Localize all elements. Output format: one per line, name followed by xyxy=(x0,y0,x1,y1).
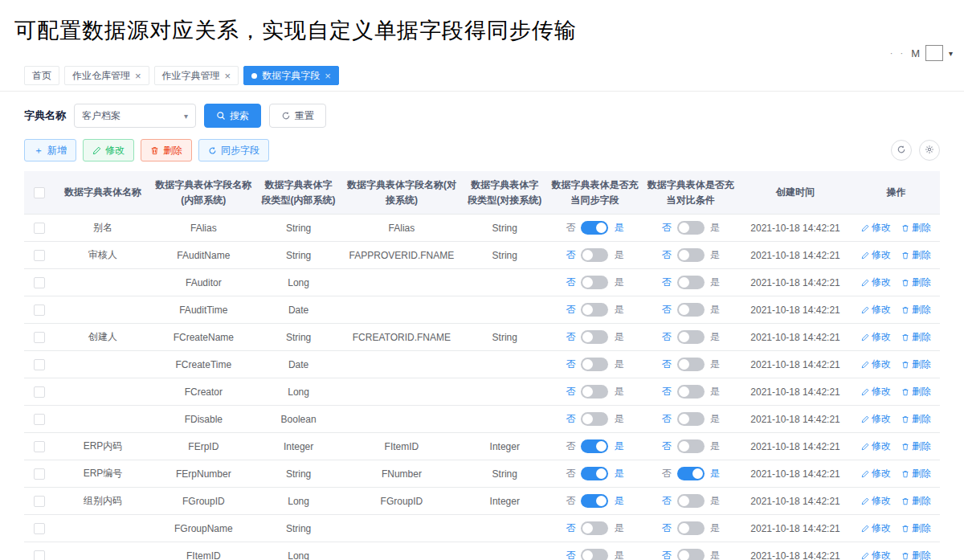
row-edit-link[interactable]: 修改 xyxy=(861,549,891,560)
row-checkbox[interactable] xyxy=(34,305,45,316)
row-edit-link[interactable]: 修改 xyxy=(861,248,891,262)
cell-operations: 修改 删除 xyxy=(852,406,940,433)
toggle-yes-label: 是 xyxy=(710,467,720,480)
column-header: 数据字典表体名称 xyxy=(55,171,150,215)
cell-sync-toggle: 否是 xyxy=(547,324,643,351)
sync-toggle[interactable] xyxy=(581,248,608,262)
sync-toggle[interactable] xyxy=(581,276,608,289)
compare-toggle[interactable] xyxy=(677,358,705,371)
tab-label: 首页 xyxy=(32,69,51,83)
row-checkbox[interactable] xyxy=(34,441,45,452)
settings-button[interactable] xyxy=(919,140,940,161)
row-delete-link[interactable]: 删除 xyxy=(901,412,931,426)
row-edit-link[interactable]: 修改 xyxy=(861,276,891,289)
toggle-no-label: 否 xyxy=(662,467,672,480)
sync-toggle[interactable] xyxy=(581,330,608,344)
sync-toggle[interactable] xyxy=(581,467,608,480)
row-checkbox[interactable] xyxy=(34,250,45,261)
cell-operations: 修改 删除 xyxy=(852,269,940,296)
sync-toggle[interactable] xyxy=(581,494,608,508)
reset-button[interactable]: 重置 xyxy=(269,104,326,128)
sync-toggle[interactable] xyxy=(581,303,608,317)
row-edit-link[interactable]: 修改 xyxy=(861,221,891,235)
add-button[interactable]: ＋ 新增 xyxy=(24,139,76,161)
row-edit-link[interactable]: 修改 xyxy=(861,330,891,344)
compare-toggle[interactable] xyxy=(677,439,705,453)
sync-toggle[interactable] xyxy=(581,221,608,235)
plus-icon: ＋ xyxy=(34,144,43,157)
tab-作业字典管理[interactable]: 作业字典管理× xyxy=(154,66,239,85)
dict-name-select[interactable]: 客户档案 ▾ xyxy=(74,104,196,128)
sync-fields-button[interactable]: 同步字段 xyxy=(198,139,269,161)
toggle-no-label: 否 xyxy=(662,248,672,262)
compare-toggle[interactable] xyxy=(677,467,705,480)
row-delete-label: 删除 xyxy=(912,549,931,560)
tab-close-icon[interactable]: × xyxy=(325,71,331,81)
row-edit-link[interactable]: 修改 xyxy=(861,467,891,480)
sync-toggle[interactable] xyxy=(581,358,608,371)
row-delete-link[interactable]: 删除 xyxy=(901,358,931,371)
toggle-no-label: 否 xyxy=(566,303,575,317)
compare-toggle[interactable] xyxy=(677,330,705,344)
toggle-no-label: 否 xyxy=(662,385,672,399)
row-delete-link[interactable]: 删除 xyxy=(901,276,931,289)
search-button[interactable]: 搜索 xyxy=(204,104,261,128)
compare-toggle[interactable] xyxy=(677,276,705,289)
sync-toggle[interactable] xyxy=(581,439,608,453)
cell-created-time: 2021-10-18 14:42:21 xyxy=(738,488,852,515)
sync-toggle[interactable] xyxy=(581,412,608,426)
compare-toggle[interactable] xyxy=(677,494,705,508)
toolbar: ＋ 新增 修改 删除 同步字段 xyxy=(0,137,964,171)
row-edit-link[interactable]: 修改 xyxy=(861,521,891,535)
row-delete-link[interactable]: 删除 xyxy=(901,494,931,508)
row-checkbox[interactable] xyxy=(34,277,45,288)
row-delete-link[interactable]: 删除 xyxy=(901,330,931,344)
row-delete-link[interactable]: 删除 xyxy=(901,467,931,480)
row-checkbox[interactable] xyxy=(34,223,45,234)
delete-button[interactable]: 删除 xyxy=(141,139,192,161)
tab-close-icon[interactable]: × xyxy=(135,71,141,81)
sync-toggle[interactable] xyxy=(581,521,608,535)
row-delete-link[interactable]: 删除 xyxy=(901,385,931,399)
compare-toggle[interactable] xyxy=(677,221,705,235)
row-checkbox[interactable] xyxy=(34,523,45,534)
cell-compare-toggle: 否是 xyxy=(643,296,738,324)
compare-toggle[interactable] xyxy=(677,385,705,399)
tab-首页[interactable]: 首页 xyxy=(24,66,59,85)
compare-toggle[interactable] xyxy=(677,412,705,426)
row-delete-link[interactable]: 删除 xyxy=(901,549,931,560)
compare-toggle[interactable] xyxy=(677,303,705,317)
row-edit-link[interactable]: 修改 xyxy=(861,412,891,426)
row-checkbox[interactable] xyxy=(34,359,45,370)
row-edit-link[interactable]: 修改 xyxy=(861,358,891,371)
row-edit-link[interactable]: 修改 xyxy=(861,439,891,453)
row-delete-link[interactable]: 删除 xyxy=(901,221,931,235)
row-checkbox[interactable] xyxy=(34,386,45,398)
row-checkbox[interactable] xyxy=(34,550,45,560)
toggle-no-label: 否 xyxy=(662,276,672,289)
row-delete-link[interactable]: 删除 xyxy=(901,248,931,262)
row-checkbox[interactable] xyxy=(34,468,45,480)
row-checkbox[interactable] xyxy=(34,496,45,507)
row-edit-link[interactable]: 修改 xyxy=(861,494,891,508)
tab-作业仓库管理[interactable]: 作业仓库管理× xyxy=(64,66,149,85)
row-checkbox[interactable] xyxy=(34,414,45,425)
row-delete-link[interactable]: 删除 xyxy=(901,521,931,535)
row-edit-link[interactable]: 修改 xyxy=(861,385,891,399)
compare-toggle[interactable] xyxy=(677,248,705,262)
row-delete-link[interactable]: 删除 xyxy=(901,303,931,317)
row-checkbox[interactable] xyxy=(34,332,45,343)
row-edit-link[interactable]: 修改 xyxy=(861,303,891,317)
row-delete-link[interactable]: 删除 xyxy=(901,439,931,453)
sync-toggle[interactable] xyxy=(581,385,608,399)
sync-toggle[interactable] xyxy=(581,549,608,560)
cell-dict-name xyxy=(55,378,150,406)
tab-数据字典字段[interactable]: 数据字典字段× xyxy=(243,66,339,85)
compare-toggle[interactable] xyxy=(677,521,705,535)
cell-operations: 修改 删除 xyxy=(852,433,940,460)
edit-button[interactable]: 修改 xyxy=(83,139,134,161)
select-all-checkbox[interactable] xyxy=(34,187,45,198)
compare-toggle[interactable] xyxy=(677,549,705,560)
refresh-button[interactable] xyxy=(891,140,912,161)
tab-close-icon[interactable]: × xyxy=(225,71,231,81)
